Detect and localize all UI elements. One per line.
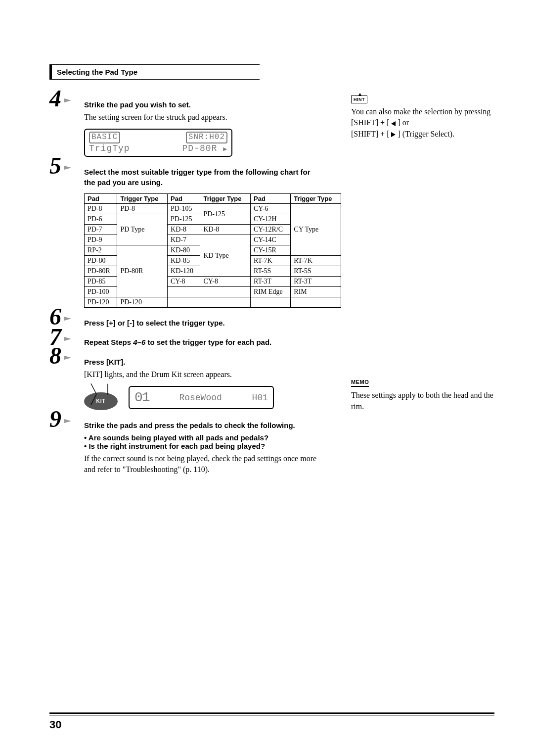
table-cell	[291, 297, 341, 308]
table-cell: KD Type	[200, 235, 251, 277]
table-cell: RT-3T	[291, 277, 341, 287]
table-cell: PD-8	[85, 204, 117, 214]
bullet-item: • Are sounds being played with all pads …	[84, 433, 321, 442]
table-cell: CY-8	[200, 277, 251, 287]
table-cell: PD-8	[117, 204, 168, 214]
table-cell: KD-8	[168, 225, 200, 235]
table-cell: KD-80	[168, 245, 200, 256]
step-title: Strike the pads and press the pedals to …	[84, 420, 321, 430]
hint-text: You can also make the selection by press…	[351, 106, 494, 140]
step-7: 7 Repeat Steps 4–6 to set the trigger ty…	[84, 338, 321, 347]
table-cell: KD-85	[168, 256, 200, 266]
lcd-param-value: PD-80R	[182, 143, 218, 153]
table-cell: PD-120	[117, 297, 168, 308]
lcd-kit-name: RoseWood	[179, 393, 222, 403]
lcd-slot: SNR:H02	[186, 132, 227, 143]
table-header: Pad	[168, 194, 200, 204]
table-cell: PD-100	[85, 287, 117, 297]
hint-line: [SHIFT] + [	[351, 118, 391, 127]
step-title: Press [KIT].	[84, 357, 321, 367]
table-cell: PD-6	[85, 214, 117, 225]
table-cell: KD-120	[168, 266, 200, 277]
step-body: If the correct sound is not being played…	[84, 453, 321, 475]
chevron-right-icon: ▶	[223, 145, 227, 153]
table-row: PD-120PD-120	[85, 297, 341, 308]
step-number: 8	[49, 342, 61, 369]
step-title: Strike the pad you wish to set.	[84, 99, 321, 110]
step-5: 5 Select the most suitable trigger type …	[84, 167, 321, 308]
table-cell: CY-12H	[251, 214, 291, 225]
table-cell: RT-5S	[251, 266, 291, 277]
table-cell: RIM	[291, 287, 341, 297]
hint-line: ] (Trigger Select).	[396, 130, 454, 138]
table-cell	[168, 287, 200, 297]
table-cell: RT-3T	[251, 277, 291, 287]
step-number: 4	[49, 85, 61, 112]
table-cell: PD-85	[85, 277, 117, 287]
table-cell: CY-6	[251, 204, 291, 214]
step-title-post: to set the trigger type for each pad.	[145, 338, 271, 346]
hint-icon: HINT	[351, 95, 367, 103]
step-title-pre: Repeat Steps	[84, 338, 133, 346]
step-number: 9	[49, 405, 61, 432]
table-cell: PD-9	[85, 235, 117, 245]
table-cell	[200, 297, 251, 308]
table-cell: PD-125	[168, 214, 200, 225]
table-cell: RP-2	[85, 245, 117, 256]
table-cell: RT-7K	[251, 256, 291, 266]
lcd-display: BASIC SNR:H02 TrigTyp PD-80R ▶	[84, 129, 232, 157]
table-cell: CY-15R	[251, 245, 291, 256]
table-cell	[168, 297, 200, 308]
memo-block: MEMO These settings apply to both the he…	[351, 377, 494, 412]
trigger-type-table: Pad Trigger Type Pad Trigger Type Pad Tr…	[84, 193, 341, 308]
lcd-display: 01 RoseWood H01	[129, 386, 274, 409]
step-body: [KIT] lights, and the Drum Kit screen ap…	[84, 369, 321, 380]
footer-rule	[49, 712, 494, 714]
hint-line: [SHIFT] + [	[351, 130, 391, 138]
kit-button[interactable]: ╲ │ ╱ KIT	[84, 385, 121, 410]
table-header: Pad	[251, 194, 291, 204]
light-rays-icon: ╲ │ ╱	[91, 383, 121, 405]
table-cell: RT-5S	[291, 266, 341, 277]
table-cell: CY-8	[168, 277, 200, 287]
lcd-param-name: TrigTyp	[89, 143, 130, 154]
lcd-kit-number: 01	[134, 390, 149, 405]
step-number: 5	[49, 152, 61, 179]
table-cell: CY-12R/C	[251, 225, 291, 235]
table-cell: PD-105	[168, 204, 200, 214]
step-4: 4 Strike the pad you wish to set. The se…	[84, 99, 321, 157]
table-cell: CY-14C	[251, 235, 291, 245]
step-8: 8 Press [KIT]. [KIT] lights, and the Dru…	[84, 357, 321, 410]
hint-line: You can also make the selection by press…	[351, 107, 490, 116]
table-cell	[200, 287, 251, 297]
hint-line: ] or	[396, 118, 409, 127]
table-cell: PD-125	[200, 204, 251, 225]
memo-icon: MEMO	[351, 379, 369, 387]
table-cell: PD-80R	[85, 266, 117, 277]
step-9: 9 Strike the pads and press the pedals t…	[84, 420, 321, 475]
step-title: Select the most suitable trigger type fr…	[84, 167, 321, 188]
hint-block: HINT You can also make the selection by …	[351, 94, 494, 140]
lcd-code: H01	[252, 393, 268, 403]
table-cell: KD-7	[168, 235, 200, 245]
table-cell: PD-7	[85, 225, 117, 235]
table-header: Pad	[85, 194, 117, 204]
table-cell: RT-7K	[291, 256, 341, 266]
table-cell	[251, 297, 291, 308]
table-header: Trigger Type	[200, 194, 251, 204]
table-cell: RIM Edge	[251, 287, 291, 297]
table-cell: PD Type	[117, 214, 168, 245]
step-6: 6 Press [+] or [-] to select the trigger…	[84, 318, 321, 328]
step-body: The setting screen for the struck pad ap…	[84, 112, 321, 123]
table-cell: PD-80	[85, 256, 117, 266]
table-cell: CY Type	[291, 204, 341, 256]
section-header: Selecting the Pad Type	[49, 64, 260, 80]
lcd-mode: BASIC	[89, 132, 120, 143]
step-range: 4–6	[133, 338, 145, 346]
table-cell: PD-120	[85, 297, 117, 308]
table-cell: PD-80R	[117, 245, 168, 297]
page-number: 30	[49, 718, 61, 731]
table-cell: KD-8	[200, 225, 251, 235]
table-header: Trigger Type	[291, 194, 341, 204]
memo-text: These settings apply to both the head an…	[351, 390, 494, 412]
